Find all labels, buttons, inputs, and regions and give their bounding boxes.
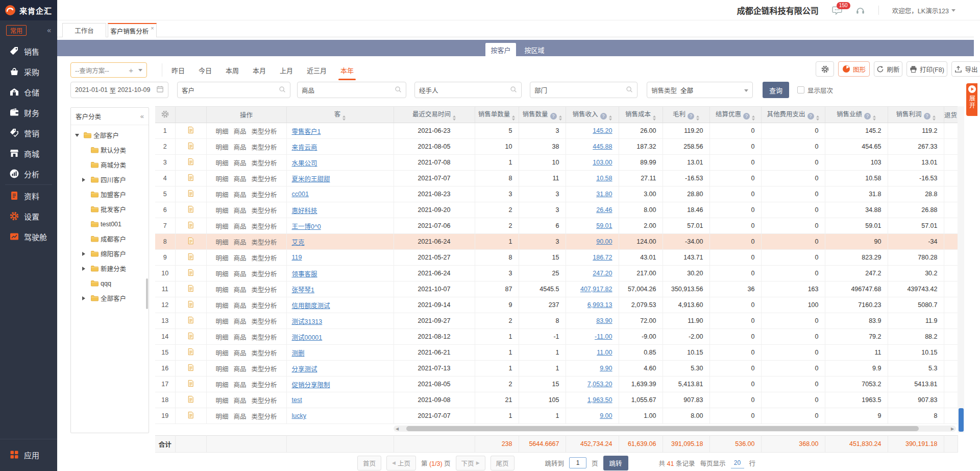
tab-workbench[interactable]: 工作台: [62, 23, 106, 37]
customer-link[interactable]: test: [292, 396, 302, 404]
sidebar-item-marketing[interactable]: 营销: [0, 123, 57, 143]
op-link-detail[interactable]: 明细: [215, 144, 228, 151]
help-icon[interactable]: ?: [550, 113, 557, 120]
sidebar-item-mall[interactable]: 商城: [0, 143, 57, 163]
op-link-detail[interactable]: 明细: [215, 255, 228, 262]
date-shortcut-5[interactable]: 近三月: [307, 63, 327, 77]
help-icon[interactable]: ?: [807, 113, 814, 120]
row-doc-icon-cell[interactable]: [175, 202, 206, 218]
query-button[interactable]: 查询: [763, 82, 789, 98]
help-icon[interactable]: ?: [743, 113, 750, 120]
revenue-link[interactable]: 103.00: [593, 159, 612, 166]
row-doc-icon-cell[interactable]: [175, 361, 206, 376]
tree-item[interactable]: 绵阳客户: [71, 246, 149, 261]
date-shortcut-3[interactable]: 本月: [253, 63, 266, 77]
product-search-input[interactable]: [302, 86, 395, 93]
caret-right-icon[interactable]: [82, 252, 85, 256]
tree-item[interactable]: 全部客户: [71, 291, 149, 305]
caret-down-icon[interactable]: [75, 134, 79, 137]
logo[interactable]: 来肯企汇: [0, 0, 57, 20]
horizontal-scrollbar[interactable]: ◀ ▶: [394, 426, 956, 432]
support-button[interactable]: [855, 6, 865, 15]
customer-link[interactable]: 119: [292, 254, 302, 261]
caret-right-icon[interactable]: [82, 296, 85, 300]
op-link-detail[interactable]: 明细: [215, 334, 228, 341]
op-link-detail[interactable]: 明细: [215, 239, 228, 246]
row-doc-icon-cell[interactable]: [175, 313, 206, 329]
op-link-product[interactable]: 商品: [233, 397, 246, 405]
date-shortcut-6[interactable]: 本年: [340, 63, 354, 77]
op-link-product[interactable]: 商品: [233, 176, 246, 183]
customer-link[interactable]: 艾克: [292, 239, 305, 246]
close-icon[interactable]: ×: [151, 25, 154, 31]
revenue-link[interactable]: -11.00: [595, 333, 612, 340]
search-icon-wrap[interactable]: [395, 86, 402, 95]
op-link-product[interactable]: 商品: [233, 223, 246, 230]
op-link-type-analysis[interactable]: 类型分析: [252, 366, 277, 373]
row-doc-icon-cell[interactable]: [175, 266, 206, 281]
customer-link[interactable]: 分享测试: [292, 366, 317, 373]
favorites-badge[interactable]: 常用: [6, 25, 27, 36]
tree-item[interactable]: 默认分类: [71, 143, 149, 157]
column-header[interactable]: 其他费用支出?: [761, 107, 825, 123]
op-link-detail[interactable]: 明细: [215, 176, 228, 183]
column-header[interactable]: 客: [286, 107, 394, 123]
vertical-scrollbar-thumb[interactable]: [959, 408, 964, 432]
revenue-link[interactable]: 10.58: [596, 175, 612, 182]
op-link-type-analysis[interactable]: 类型分析: [252, 128, 277, 135]
next-page-button[interactable]: 下页▶: [456, 456, 485, 470]
op-link-type-analysis[interactable]: 类型分析: [252, 318, 277, 325]
view-tab-by-customer[interactable]: 按客户: [485, 43, 516, 56]
revenue-link[interactable]: 31.80: [596, 191, 612, 198]
sidebar-item-sales[interactable]: 销售: [0, 41, 57, 61]
op-link-product[interactable]: 商品: [233, 302, 246, 310]
op-link-detail[interactable]: 明细: [215, 350, 228, 357]
op-link-type-analysis[interactable]: 类型分析: [252, 382, 277, 389]
customer-search-input[interactable]: [182, 86, 279, 93]
tree-item[interactable]: 商城分类: [71, 157, 149, 172]
row-doc-icon-cell[interactable]: [175, 139, 206, 155]
column-header[interactable]: 销售利润?: [888, 107, 944, 123]
row-doc-icon-cell[interactable]: [175, 376, 206, 392]
caret-right-icon[interactable]: [82, 267, 85, 271]
op-link-detail[interactable]: 明细: [215, 287, 228, 294]
op-link-detail[interactable]: 明细: [215, 128, 228, 135]
op-link-type-analysis[interactable]: 类型分析: [252, 255, 277, 262]
date-range-picker[interactable]: 2021-01-01 至 2021-10-09: [70, 82, 168, 98]
op-link-detail[interactable]: 明细: [215, 318, 228, 325]
op-link-type-analysis[interactable]: 类型分析: [252, 207, 277, 215]
caret-right-icon[interactable]: [82, 178, 85, 182]
tree-item[interactable]: 加盟客户: [71, 187, 149, 202]
column-header[interactable]: 销售收入?: [566, 107, 619, 123]
row-doc-icon-cell[interactable]: [175, 408, 206, 424]
op-link-type-analysis[interactable]: 类型分析: [252, 192, 277, 199]
revenue-link[interactable]: 247.20: [593, 270, 612, 277]
vertical-scrollbar[interactable]: [958, 106, 964, 433]
sidebar-item-analysis[interactable]: 分析: [0, 163, 57, 184]
refresh-button[interactable]: 刷新: [874, 61, 902, 77]
revenue-link[interactable]: 83.90: [596, 317, 612, 324]
op-link-product[interactable]: 商品: [233, 128, 246, 135]
revenue-link[interactable]: 407,917.82: [580, 286, 612, 293]
help-icon[interactable]: ?: [924, 113, 930, 120]
view-tab-by-region[interactable]: 按区域: [519, 43, 550, 56]
scroll-right-icon[interactable]: ▶: [949, 427, 956, 431]
op-link-type-analysis[interactable]: 类型分析: [252, 239, 277, 246]
op-link-detail[interactable]: 明细: [215, 413, 228, 420]
sidebar-item-warehouse[interactable]: 仓储: [0, 82, 57, 102]
row-doc-icon-cell[interactable]: [175, 186, 206, 202]
per-page-input[interactable]: [731, 457, 744, 468]
op-link-product[interactable]: 商品: [233, 239, 246, 246]
revenue-link[interactable]: 59.01: [596, 222, 612, 229]
user-menu[interactable]: 欢迎您，LK演示123: [892, 6, 955, 15]
customer-link[interactable]: 夏米的王甜甜: [292, 176, 330, 183]
customer-link[interactable]: 测试00001: [292, 334, 323, 341]
tree-item[interactable]: test001: [71, 217, 149, 231]
query-plan-select[interactable]: --查询方案-- +: [70, 62, 147, 78]
op-link-product[interactable]: 商品: [233, 192, 246, 199]
customer-link[interactable]: 领事客服: [292, 271, 317, 278]
customer-link[interactable]: 惠好科技: [292, 207, 317, 215]
column-settings-icon[interactable]: [161, 113, 169, 120]
op-link-type-analysis[interactable]: 类型分析: [252, 302, 277, 310]
row-doc-icon-cell[interactable]: [175, 297, 206, 313]
